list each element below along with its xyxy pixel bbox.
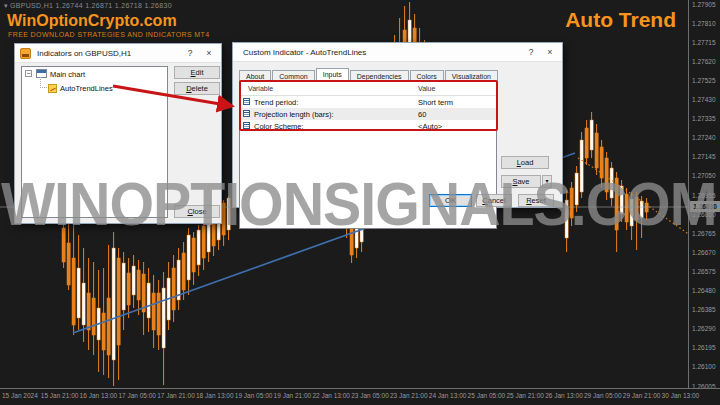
variable-column-header: Variable [248, 85, 273, 92]
price-axis-label: 1.26480 [692, 287, 716, 294]
tab-common[interactable]: Common [272, 70, 314, 82]
price-axis-label: 1.26385 [692, 306, 716, 313]
input-variable-icon [243, 110, 250, 117]
ok-button[interactable]: OK [429, 194, 472, 207]
candle-body [147, 283, 150, 318]
close-button[interactable]: Close [174, 205, 220, 218]
tab-about[interactable]: About [239, 70, 271, 82]
candle-body [197, 230, 200, 265]
candle-body [202, 226, 205, 258]
candle-body [585, 128, 588, 158]
candle-body [122, 263, 125, 310]
time-axis-label: 26 Jan 13:00 [545, 392, 583, 399]
candle-body [142, 274, 145, 312]
price-axis-label: 1.26100 [692, 363, 716, 370]
candle-body [625, 194, 628, 222]
time-axis-label: 15 Jan 21:00 [41, 392, 79, 399]
indicators-tree-list[interactable]: −Main chartAutoTrendLines [21, 66, 168, 218]
input-variable-icon [243, 122, 250, 129]
candle-body [82, 283, 85, 325]
tab-colors[interactable]: Colors [410, 70, 444, 82]
candle-body [640, 201, 643, 218]
price-axis-label: 1.26955 [692, 192, 716, 199]
price-axis-label: 1.26860 [692, 211, 716, 218]
input-variable-value[interactable]: <Auto> [418, 122, 442, 131]
time-axis-label: 25 Jan 05:00 [468, 392, 506, 399]
candle-body [102, 313, 105, 350]
time-axis-label: 15 Jan 2024 [2, 392, 38, 399]
candle-body [107, 298, 110, 355]
tab-visualization[interactable]: Visualization [445, 70, 498, 82]
brand-tagline-text: FREE DOWNLOAD STRATEGIES AND INDICATORS … [8, 31, 210, 38]
candle-body [575, 173, 578, 205]
price-axis-label: 1.27620 [692, 58, 716, 65]
price-axis[interactable]: 1.26830 1.279051.278101.277151.276201.27… [688, 0, 720, 388]
candle-body [92, 298, 95, 335]
candle-body [72, 258, 75, 325]
input-variable-name: Color Scheme: [254, 122, 304, 131]
time-axis-label: 19 Jan 21:00 [274, 392, 312, 399]
candle-body [182, 253, 185, 290]
time-axis-label: 22 Jan 13:00 [312, 392, 350, 399]
price-axis-label: 1.27335 [692, 115, 716, 122]
tree-item-label: Main chart [50, 70, 85, 79]
brand-site-text: WinOptionCrypto.com [7, 12, 177, 30]
input-variable-value[interactable]: 60 [418, 110, 426, 119]
time-axis[interactable]: 15 Jan 202415 Jan 21:0016 Jan 13:0017 Ja… [0, 388, 720, 405]
cancel-button[interactable]: Cancel [476, 194, 512, 207]
time-axis-label: 18 Jan 13:00 [196, 392, 234, 399]
mt4-chart-window: ▾ GBPUSD,H1 1.26744 1.26871 1.26718 1.26… [0, 0, 720, 405]
chart-menu-icon[interactable]: ▾ [4, 2, 8, 9]
close-icon[interactable]: × [202, 47, 216, 60]
input-variable-value[interactable]: Short term [418, 98, 453, 107]
value-column-header: Value [418, 85, 435, 92]
candle-body [630, 199, 633, 226]
input-variable-name: Projection length (bars): [254, 110, 334, 119]
candle-body [137, 270, 140, 300]
auto-trend-label: Auto Trend [565, 8, 676, 32]
custom-indicator-titlebar[interactable]: Custom Indicator - AutoTrendLines ? × [233, 43, 562, 62]
time-axis-label: 29 Jan 21:00 [623, 392, 661, 399]
price-axis-label: 1.27145 [692, 153, 716, 160]
candle-body [67, 243, 70, 285]
candle-body [62, 228, 65, 262]
reset-button[interactable]: Reset [518, 194, 554, 207]
tab-inputs[interactable]: Inputs [316, 68, 349, 82]
time-axis-label: 23 Jan 21:00 [390, 392, 428, 399]
candle-body [152, 293, 155, 330]
tree-expander[interactable]: − [25, 70, 32, 77]
load-button[interactable]: Load [501, 156, 549, 169]
edit-button[interactable]: Edit [174, 66, 220, 79]
save-button[interactable]: Save [501, 175, 541, 188]
custom-indicator-title: Custom Indicator - AutoTrendLines [243, 48, 366, 57]
time-axis-label: 29 Jan 05:00 [584, 392, 622, 399]
indicators-dialog-titlebar[interactable]: Indicators on GBPUSD,H1 ? × [15, 44, 221, 63]
help-button[interactable]: ? [183, 47, 197, 60]
candle-body [172, 268, 175, 310]
candle-body [227, 198, 230, 230]
input-row[interactable]: Trend period:Short term [240, 96, 496, 108]
time-axis-label: 17 Jan 05:00 [118, 392, 156, 399]
price-axis-label: 1.27050 [692, 172, 716, 179]
candle-body [595, 133, 598, 168]
tab-dependencies[interactable]: Dependencies [350, 70, 409, 82]
tree-item-autotrendlines[interactable]: AutoTrendLines [22, 81, 167, 95]
close-icon[interactable]: × [543, 46, 557, 59]
save-menu-arrow-icon[interactable]: ▾ [542, 175, 552, 188]
time-axis-label: 16 Jan 13:00 [80, 392, 118, 399]
delete-button[interactable]: Delete [174, 82, 220, 95]
time-axis-label: 25 Jan 21:00 [506, 392, 544, 399]
indicators-dialog-icon [20, 48, 31, 59]
inputs-table-header: Variable Value [240, 82, 496, 96]
help-button[interactable]: ? [524, 46, 538, 59]
price-axis-label: 1.26290 [692, 325, 716, 332]
candle-body [162, 288, 165, 348]
candle-body [192, 238, 195, 272]
input-row[interactable]: Projection length (bars):60 [240, 108, 496, 120]
input-row[interactable]: Color Scheme:<Auto> [240, 120, 496, 132]
tree-item-label: AutoTrendLines [60, 84, 113, 93]
candle-body [565, 200, 568, 238]
tree-connector [40, 77, 47, 88]
price-axis-label: 1.27525 [692, 77, 716, 84]
candle-body [222, 203, 225, 235]
